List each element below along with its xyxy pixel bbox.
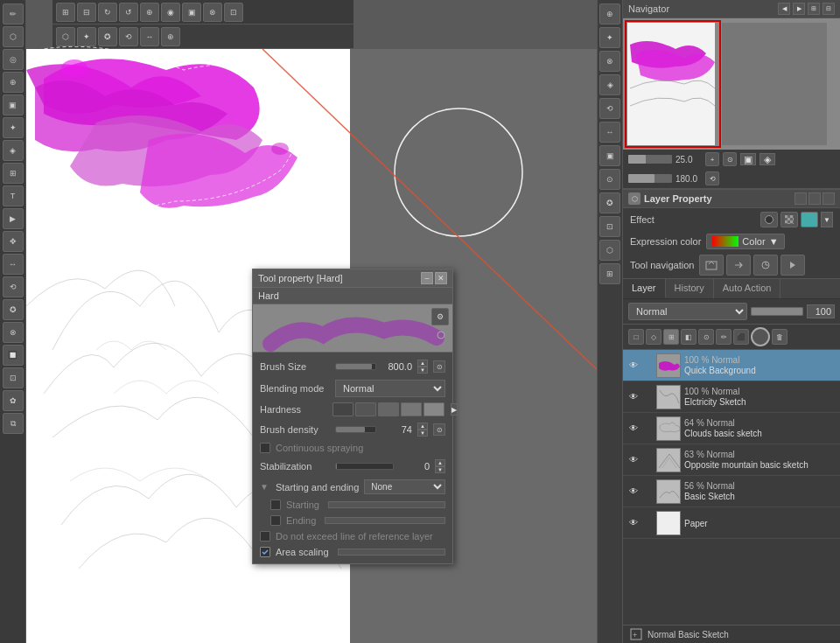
tab-auto-action[interactable]: Auto Action [714,279,781,298]
tool-btn-7[interactable]: ◈ [3,140,24,161]
tool-btn-18[interactable]: ✿ [3,390,24,411]
tool-btn-1[interactable]: ✏ [3,3,24,24]
ending-slider[interactable] [325,517,445,524]
brush-size-slider[interactable] [335,363,376,370]
layer-eye-1[interactable]: 👁 [626,359,640,373]
right-tool-9[interactable]: ✪ [599,192,620,213]
right-tool-11[interactable]: ⬡ [599,240,620,261]
tool-btn-14[interactable]: ✪ [3,299,24,320]
hardness-expand[interactable]: ▶ [451,403,458,416]
stab-up[interactable]: ▲ [435,459,445,466]
hardness-btn-2[interactable] [355,402,376,416]
rotation-slider[interactable] [628,174,672,183]
tool-btn-6[interactable]: ✦ [3,117,24,138]
tool-btn-15[interactable]: ⊗ [3,322,24,343]
tool-nav-btn-1[interactable] [699,255,724,276]
tool-btn-11[interactable]: ✥ [3,231,24,252]
stab-arrows[interactable]: ▲ ▼ [435,459,445,473]
right-tool-10[interactable]: ⊡ [599,216,620,237]
layer-item-paper[interactable]: 👁 Paper [623,507,840,539]
tool-btn-9[interactable]: T [3,185,24,206]
right-tool-5[interactable]: ⟲ [599,98,620,119]
hardness-btn-3[interactable] [378,402,399,416]
layer-item-opposite-mountain[interactable]: 👁 63 % Normal Opposite mountain basic sk… [623,444,840,476]
ending-checkbox[interactable] [270,515,281,526]
blend-mode-select[interactable]: Normal [628,303,747,320]
dialog-close-button[interactable]: ✕ [435,272,447,284]
area-scaling-slider[interactable] [338,549,445,556]
nav-view-btn-1[interactable]: ▣ [740,153,756,165]
tool-nav-btn-3[interactable] [753,255,778,276]
brush-density-lock[interactable]: ⊙ [433,423,445,436]
effect-dropdown[interactable]: ▼ [821,212,833,227]
tool-btn-12[interactable]: ↔ [3,254,24,275]
layer-icon-clipping[interactable]: ⊙ [698,329,714,345]
effect-cyan-btn[interactable] [801,212,818,227]
tool-btn-10[interactable]: ▶ [3,208,24,229]
continuous-spraying-checkbox[interactable] [260,443,270,453]
right-tool-6[interactable]: ↔ [599,122,620,143]
area-scaling-checkbox[interactable] [260,547,270,557]
brush-density-slider[interactable] [335,426,376,433]
tool-nav-btn-2[interactable] [726,255,751,276]
layer-icon-new-raster[interactable]: □ [628,329,644,345]
brush-density-up[interactable]: ▲ [417,423,428,430]
layer-icon-circle-btn[interactable] [751,327,770,346]
layer-icon-delete[interactable]: 🗑 [772,329,788,345]
stab-down[interactable]: ▼ [435,466,445,473]
dialog-minimize-button[interactable]: – [421,272,433,284]
layer-item-electricity-sketch[interactable]: 👁 100 % Normal Elctricity Sketch [623,381,840,413]
right-tool-7[interactable]: ▣ [599,145,620,166]
tool-btn-16[interactable]: 🔲 [3,345,24,366]
tab-layer[interactable]: Layer [623,279,666,298]
add-layer-btn[interactable]: + [630,628,642,640]
right-tool-3[interactable]: ⊗ [599,51,620,72]
layer-eye-6[interactable]: 👁 [626,516,640,530]
layer-prop-btn-2[interactable] [808,192,821,205]
right-tool-4[interactable]: ◈ [599,74,620,95]
brush-size-arrows[interactable]: ▲ ▼ [417,360,428,374]
do-not-exceed-checkbox[interactable] [260,531,270,542]
right-tool-12[interactable]: ⊞ [599,263,620,284]
right-tool-1[interactable]: ⊕ [599,3,620,24]
layer-item-quick-background[interactable]: 👁 100 % Normal Quick Background [623,350,840,381]
layer-icon-pencil[interactable]: ✏ [716,329,732,345]
navigator-preview[interactable] [623,18,840,150]
tool-btn-17[interactable]: ⊡ [3,367,24,388]
zoom-inc-btn[interactable]: + [705,152,719,166]
zoom-slider-1[interactable] [628,155,672,164]
starting-slider[interactable] [328,501,445,508]
layer-prop-btn-1[interactable] [794,192,807,205]
right-tool-2[interactable]: ✦ [599,27,620,48]
tool-nav-btn-4[interactable] [780,255,805,276]
hardness-btn-4[interactable] [401,402,422,416]
effect-circle-btn[interactable] [760,212,778,227]
brush-density-down[interactable]: ▼ [417,430,428,437]
right-tool-8[interactable]: ⊙ [599,169,620,190]
layer-icon-fill[interactable]: ⬛ [733,329,749,345]
tab-history[interactable]: History [666,279,714,298]
brush-density-arrows[interactable]: ▲ ▼ [417,423,428,437]
layer-prop-btn-3[interactable] [822,192,835,205]
layer-item-basic-sketch[interactable]: 👁 56 % Normal Basic Sketch [623,476,840,507]
tool-btn-19[interactable]: ⧉ [3,413,24,434]
starting-ending-select[interactable]: None [364,479,445,494]
layer-eye-4[interactable]: 👁 [626,453,640,467]
tool-btn-3[interactable]: ◎ [3,49,24,70]
rotation-reset-btn[interactable]: ⟲ [705,171,719,185]
starting-ending-collapse[interactable]: ▼ [260,482,269,492]
nav-view-btn-2[interactable]: ◈ [760,153,775,165]
layer-icon-new-group[interactable]: ⊞ [663,329,679,345]
layer-eye-2[interactable]: 👁 [626,390,640,404]
opacity-slider[interactable] [751,307,803,316]
nav-icon-1[interactable]: ◀ [778,3,790,15]
layer-item-clouds-basic-sketch[interactable]: 👁 64 % Normal Clouds basic sketch [623,413,840,444]
nav-icon-4[interactable]: ⊟ [822,3,835,15]
tool-btn-8[interactable]: ⊞ [3,163,24,184]
effect-checker-btn[interactable] [780,212,798,227]
hardness-btn-5[interactable] [424,402,444,416]
brush-settings-btn[interactable]: ⚙ [431,308,449,325]
stabilization-slider[interactable] [335,463,394,470]
color-dropdown[interactable]: Color ▼ [706,234,784,249]
brush-size-down[interactable]: ▼ [417,367,428,374]
